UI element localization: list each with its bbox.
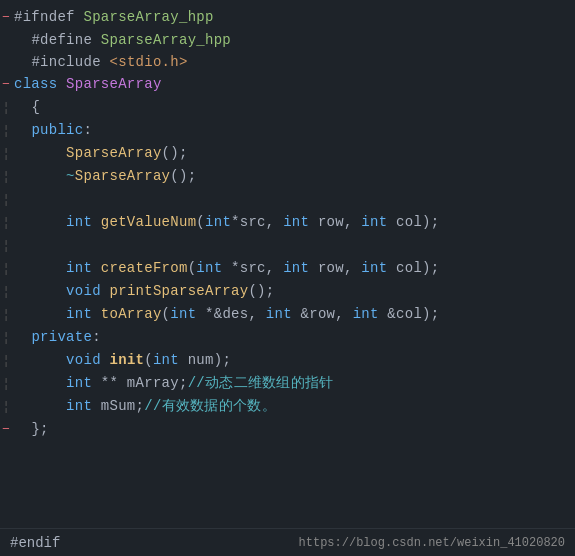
gutter-bar-14: ¦ — [0, 304, 14, 326]
line-content-11 — [14, 234, 23, 256]
code-line-9: ¦ — [0, 188, 575, 211]
line-content-2: #define SparseArray_hpp — [14, 29, 231, 51]
code-line-10: ¦ int getValueNum(int*src, int row, int … — [0, 211, 575, 234]
bottom-bar: #endif https://blog.csdn.net/weixin_4102… — [0, 528, 575, 556]
code-line-12: ¦ int createFrom(int *src, int row, int … — [0, 257, 575, 280]
gutter-bar-18: ¦ — [0, 396, 14, 418]
gutter-collapse-1: − — [0, 7, 14, 29]
code-area: − #ifndef SparseArray_hpp #define Sparse… — [0, 0, 575, 528]
gutter-bar-13: ¦ — [0, 281, 14, 303]
gutter-collapse-4: − — [0, 74, 14, 96]
line-content-9 — [14, 188, 23, 210]
code-line-18: ¦ int mSum;//有效数据的个数。 — [0, 395, 575, 418]
code-line-5: ¦ { — [0, 96, 575, 119]
line-content-15: private: — [14, 326, 101, 348]
gutter-bar-15: ¦ — [0, 327, 14, 349]
code-line-2: #define SparseArray_hpp — [0, 29, 575, 51]
line-content-1: #ifndef SparseArray_hpp — [14, 6, 214, 28]
line-content-13: void printSparseArray(); — [14, 280, 274, 302]
gutter-bar-5: ¦ — [0, 97, 14, 119]
line-content-6: public: — [14, 119, 92, 141]
code-line-4: − class SparseArray — [0, 73, 575, 96]
line-content-17: int ** mArray;//动态二维数组的指针 — [14, 372, 334, 394]
line-content-4: class SparseArray — [14, 73, 162, 95]
bottom-left-text: #endif — [10, 535, 60, 551]
gutter-bar-9: ¦ — [0, 189, 14, 211]
code-line-3: #include <stdio.h> — [0, 51, 575, 73]
line-content-18: int mSum;//有效数据的个数。 — [14, 395, 276, 417]
line-content-5: { — [14, 96, 40, 118]
code-line-8: ¦ ~SparseArray(); — [0, 165, 575, 188]
code-line-14: ¦ int toArray(int *&des, int &row, int &… — [0, 303, 575, 326]
code-line-17: ¦ int ** mArray;//动态二维数组的指针 — [0, 372, 575, 395]
line-content-19: }; — [14, 418, 49, 440]
code-line-6: ¦ public: — [0, 119, 575, 142]
gutter-bar-6: ¦ — [0, 120, 14, 142]
bottom-right-url: https://blog.csdn.net/weixin_41020820 — [299, 536, 565, 550]
line-content-10: int getValueNum(int*src, int row, int co… — [14, 211, 439, 233]
editor: − #ifndef SparseArray_hpp #define Sparse… — [0, 0, 575, 556]
gutter-bar-11: ¦ — [0, 235, 14, 257]
code-line-1: − #ifndef SparseArray_hpp — [0, 6, 575, 29]
line-content-7: SparseArray(); — [14, 142, 188, 164]
code-line-13: ¦ void printSparseArray(); — [0, 280, 575, 303]
code-line-15: ¦ private: — [0, 326, 575, 349]
gutter-bar-16: ¦ — [0, 350, 14, 372]
gutter-collapse-close-19: − — [0, 419, 14, 441]
gutter-bar-10: ¦ — [0, 212, 14, 234]
line-content-12: int createFrom(int *src, int row, int co… — [14, 257, 439, 279]
gutter-bar-17: ¦ — [0, 373, 14, 395]
code-line-7: ¦ SparseArray(); — [0, 142, 575, 165]
gutter-bar-8: ¦ — [0, 166, 14, 188]
line-content-8: ~SparseArray(); — [14, 165, 196, 187]
code-line-16: ¦ void init(int num); — [0, 349, 575, 372]
code-line-11: ¦ — [0, 234, 575, 257]
gutter-bar-7: ¦ — [0, 143, 14, 165]
code-line-19: − }; — [0, 418, 575, 441]
gutter-bar-12: ¦ — [0, 258, 14, 280]
line-content-16: void init(int num); — [14, 349, 231, 371]
line-content-14: int toArray(int *&des, int &row, int &co… — [14, 303, 439, 325]
line-content-3: #include <stdio.h> — [14, 51, 188, 73]
